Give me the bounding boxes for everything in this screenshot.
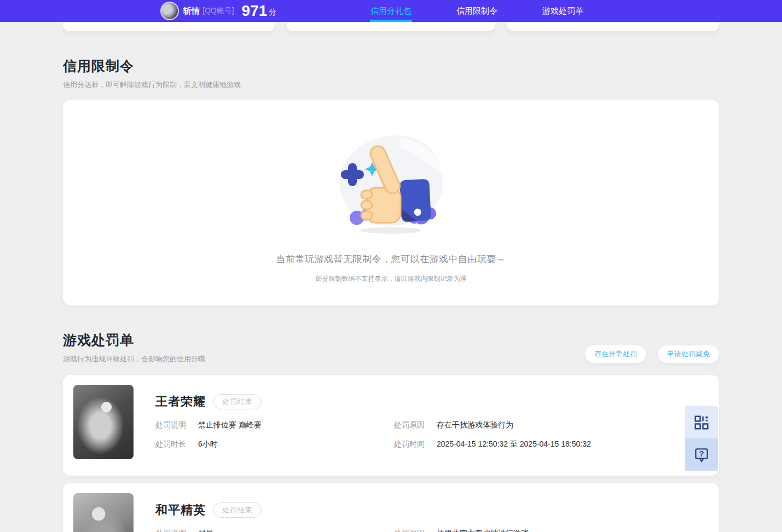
detail-value: 存在干扰游戏体验行为 bbox=[437, 420, 513, 429]
tab-credit-restriction[interactable]: 信用限制令 bbox=[456, 0, 497, 22]
detail-label: 处罚说明 bbox=[155, 529, 186, 532]
restriction-section-subtitle: 信用分达标，即可解除游戏行为限制，要文明健康地游戏 bbox=[63, 80, 719, 90]
detail-row: 处罚时长6小时 bbox=[155, 440, 394, 449]
tab-game-punishment[interactable]: 游戏处罚单 bbox=[542, 0, 583, 22]
detail-label: 处罚说明 bbox=[155, 420, 186, 429]
header-nav: 信用分礼包 信用限制令 游戏处罚单 bbox=[370, 0, 583, 22]
detail-value: 禁止排位赛 巅峰赛 bbox=[198, 420, 262, 429]
partial-card bbox=[507, 22, 719, 31]
game-thumbnail-wzry bbox=[73, 385, 134, 459]
detail-label: 处罚原因 bbox=[394, 529, 425, 532]
detail-row: 处罚时间2025-04-15 12:50:32 至 2025-04-15 18:… bbox=[394, 440, 709, 449]
help-button[interactable]: ? bbox=[685, 438, 718, 471]
detail-row: 处罚说明禁止排位赛 巅峰赛 bbox=[155, 420, 394, 430]
punishment-section-title: 游戏处罚单 bbox=[63, 331, 205, 349]
help-icon: ? bbox=[693, 446, 710, 464]
username: 斩情 bbox=[183, 6, 200, 16]
thumbs-up-illustration bbox=[334, 131, 449, 235]
detail-label: 处罚原因 bbox=[394, 420, 425, 429]
partial-card bbox=[63, 22, 275, 31]
credit-score-unit: 分 bbox=[269, 8, 276, 18]
detail-row: 处罚原因存在干扰游戏体验行为 bbox=[394, 420, 709, 430]
restriction-section-title: 信用限制令 bbox=[63, 57, 719, 75]
abnormal-punishment-button[interactable]: 存在异常处罚 bbox=[585, 345, 646, 363]
detail-label: 处罚时间 bbox=[394, 440, 425, 448]
punishment-card: 王者荣耀 处罚结束 处罚说明禁止排位赛 巅峰赛 处罚原因存在干扰游戏体验行为 处… bbox=[63, 375, 719, 476]
scrolled-cards-row bbox=[63, 22, 719, 31]
account-type-label: [QQ账号] bbox=[202, 6, 234, 16]
restriction-empty-message: 当前常玩游戏暂无限制令，您可以在游戏中自由玩耍～ bbox=[276, 253, 506, 265]
detail-value: 2025-04-15 12:50:32 至 2025-04-15 18:50:3… bbox=[437, 440, 591, 448]
punishment-section-subtitle: 游戏行为违规导致处罚，会影响您的信用分哦 bbox=[63, 354, 205, 364]
punishment-card: 和平精英 处罚结束 处罚说明封号 处罚原因使用非官方客户端进行游戏 bbox=[63, 483, 719, 532]
qr-code-button[interactable] bbox=[685, 406, 718, 438]
restriction-empty-note: 部分限制数据不支持显示，请以游戏内限制记录为准 bbox=[316, 274, 467, 284]
status-badge: 处罚结束 bbox=[213, 394, 262, 409]
detail-value: 6小时 bbox=[198, 440, 218, 448]
punishment-relief-button[interactable]: 申请处罚减免 bbox=[658, 345, 719, 363]
tab-credit-gift[interactable]: 信用分礼包 bbox=[370, 0, 412, 22]
svg-text:?: ? bbox=[699, 449, 704, 458]
restriction-empty-card: 当前常玩游戏暂无限制令，您可以在游戏中自由玩耍～ 部分限制数据不支持显示，请以游… bbox=[63, 100, 719, 305]
detail-row: 处罚说明封号 bbox=[155, 529, 394, 532]
credit-score-value: 971 bbox=[242, 0, 268, 22]
game-name: 王者荣耀 bbox=[155, 394, 206, 410]
detail-value: 使用非官方客户端进行游戏 bbox=[437, 529, 529, 532]
top-header-bar: 斩情 [QQ账号] 971 分 信用分礼包 信用限制令 游戏处罚单 bbox=[0, 0, 782, 22]
restriction-section-header: 信用限制令 信用分达标，即可解除游戏行为限制，要文明健康地游戏 bbox=[63, 57, 719, 90]
floating-button-stack: ? bbox=[685, 406, 718, 471]
detail-value: 封号 bbox=[198, 529, 213, 532]
detail-label: 处罚时长 bbox=[155, 440, 186, 448]
game-thumbnail-hpjy bbox=[73, 493, 134, 532]
qr-code-icon bbox=[693, 414, 710, 431]
status-badge: 处罚结束 bbox=[213, 502, 262, 518]
punishment-section-header: 游戏处罚单 游戏行为违规导致处罚，会影响您的信用分哦 存在异常处罚 申请处罚减免 bbox=[63, 331, 719, 364]
detail-row: 处罚原因使用非官方客户端进行游戏 bbox=[394, 529, 709, 532]
partial-card bbox=[287, 22, 495, 31]
user-avatar[interactable] bbox=[160, 2, 179, 20]
game-name: 和平精英 bbox=[155, 502, 206, 518]
